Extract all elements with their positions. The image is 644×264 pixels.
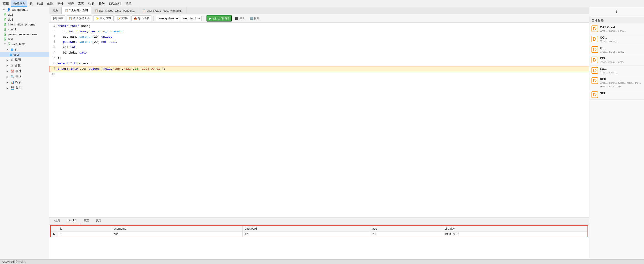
sidebar-item-reports[interactable]: ▶ 📊 报表	[0, 80, 49, 85]
row-indicator: ▶	[51, 232, 58, 237]
sidebar-label-reports: 报表	[16, 80, 22, 84]
chevron-icon: ▼	[4, 43, 6, 45]
menu-auto-run[interactable]: 自动运行	[107, 1, 123, 6]
info-icon-btn[interactable]: ℹ	[613, 9, 620, 15]
text-button[interactable]: 📝 文本·	[115, 15, 130, 21]
sidebar-item-web-test1[interactable]: ▼ 🗄 web_test1	[0, 42, 49, 46]
tab-object[interactable]: 对象	[49, 7, 62, 14]
menu-backup[interactable]: 备份	[97, 1, 107, 6]
sql-line-4: 4 password varchar(20) not null,	[49, 39, 589, 45]
cell-id: 1	[58, 232, 111, 237]
right-panel-title: 全部标签	[592, 18, 604, 22]
database-select[interactable]: web_test1	[181, 16, 202, 21]
col-birthday: birthday	[442, 226, 588, 232]
col-username: username	[111, 226, 242, 232]
sidebar-item-information-schema[interactable]: 🗄 information_schema	[0, 22, 49, 27]
sql-line-1: 1 create table user(	[49, 24, 589, 29]
menu-function[interactable]: 函数	[45, 1, 55, 6]
sidebar-item-db3[interactable]: 🗄 db3	[0, 17, 49, 22]
sidebar-item-mysql[interactable]: 🗄 mysql	[0, 27, 49, 32]
stop-label: 停止	[239, 16, 245, 20]
status-left: CSDN @秋之叶游龙	[2, 260, 26, 264]
sidebar-item-queries[interactable]: ▶ 🔍 查询	[0, 74, 49, 80]
line-number: 4	[49, 40, 58, 44]
beautify-button[interactable]: ✨ 美化 SQL	[93, 15, 114, 21]
results-tab-info[interactable]: 信息	[51, 218, 63, 224]
query-icon: 🔍	[10, 75, 14, 79]
db-icon: 🗄	[4, 37, 7, 41]
snippet-ins[interactable]: INS... Inser... into a... table.	[589, 55, 644, 65]
snippet-sel[interactable]: SEL...	[589, 90, 644, 100]
sidebar-label-wangqiuhao: wangqiuhao	[12, 8, 28, 11]
event-icon: ⏰	[10, 69, 14, 73]
snippet-desc-ins: Inser... into a... table.	[600, 60, 642, 64]
sidebar-item-backup[interactable]: ▶ 💾 备份	[0, 85, 49, 91]
sidebar-item-test[interactable]: 🗄 test	[0, 37, 49, 42]
menu-report[interactable]: 报表	[86, 1, 96, 6]
sidebar-item-wangqiuhao[interactable]: ▼ 👤 wangqiuhao	[0, 7, 49, 12]
snippet-text-cas: CAS Creat Creat... condi... cons...	[600, 25, 642, 33]
snippet-co[interactable]: CO... Creat... comm...	[589, 34, 644, 45]
sql-editor[interactable]: 1 create table user( 2 id int primary ke…	[49, 23, 589, 217]
menu-query[interactable]: 查询	[76, 1, 86, 6]
menu-bar: 连接 新建查询 表 视图 函数 事件 用户 查询 报表 备份 自动运行 模型	[0, 0, 644, 7]
chevron-icon: ▶	[6, 59, 9, 61]
query-tool-button[interactable]: 📋 查询创建工具	[66, 15, 92, 21]
table-group-icon: ▦	[10, 48, 13, 51]
tab-user-web1[interactable]: 📋 user @web_test1 (wangqiu...	[92, 7, 139, 14]
run-button[interactable]: ▶ 运行已选择的	[206, 15, 232, 21]
tab-object-label: 对象	[52, 9, 58, 13]
line-content: id int primary key auto_increment,	[58, 29, 589, 34]
save-icon: 💾	[53, 17, 57, 20]
export-button[interactable]: 📤 导出结果	[132, 15, 151, 21]
sidebar-item-tables[interactable]: ▼ ▦ 表	[0, 46, 49, 52]
menu-table[interactable]: 表	[28, 1, 34, 6]
cell-age: 23	[370, 232, 442, 237]
results-tab-status[interactable]: 状态	[92, 218, 104, 224]
sidebar-item-views[interactable]: ▶ 👁 视图	[0, 57, 49, 63]
menu-connect[interactable]: 连接	[1, 1, 11, 6]
sidebar-label-web-test1: web_test1	[12, 42, 26, 46]
cell-birthday: 1993-09-01	[442, 232, 588, 237]
sidebar-item-events[interactable]: ▶ ⏰ 事件	[0, 68, 49, 74]
snippet-title-sel: SEL...	[600, 91, 642, 95]
menu-event[interactable]: 事件	[56, 1, 66, 6]
menu-new-query[interactable]: 新建查询	[11, 0, 27, 6]
toolbar: 💾 保存 📋 查询创建工具 ✨ 美化 SQL 📝 文本· 📤 导出结果 wan	[49, 14, 589, 23]
line-number: 9	[50, 67, 58, 71]
sidebar-item-db2[interactable]: 🗄 db2	[0, 12, 49, 17]
tab-user-web2[interactable]: 📋 user @web_test1 (wangqiu...	[139, 7, 187, 14]
snippet-cas[interactable]: CAS Creat Creat... condi... cons...	[589, 24, 644, 34]
content-area: 对象 📋 * 无标题 - 查询 📋 user @web_test1 (wangq…	[49, 7, 589, 259]
menu-user[interactable]: 用户	[66, 1, 76, 6]
connection-select[interactable]: wangqiuhao	[156, 16, 179, 21]
snippet-if[interactable]: IF... Creat...IF...El... cons...	[589, 45, 644, 55]
snippet-lo[interactable]: LO... Creat... loop n...	[589, 66, 644, 76]
menu-model[interactable]: 模型	[124, 1, 133, 6]
results-tab-overview[interactable]: 概况	[80, 218, 92, 224]
backup-icon: 💾	[10, 86, 14, 90]
table-row[interactable]: ▶ 1 bbb 123 23 1993-09-01	[51, 232, 588, 237]
results-tab-result1[interactable]: Result 1	[63, 218, 80, 224]
sidebar-label-mysql: mysql	[8, 28, 16, 31]
sidebar-item-user-table[interactable]: ▦ user	[0, 52, 49, 57]
snippet-icon-sel	[592, 91, 598, 98]
snippet-text-rep: REP... Creat... const... State... repa..…	[600, 77, 642, 88]
menu-view[interactable]: 视图	[35, 1, 45, 6]
sidebar-item-performance-schema[interactable]: 🗄 performance_schema	[0, 32, 49, 37]
snippet-text-lo: LO... Creat... loop n...	[600, 67, 642, 74]
snippet-rep[interactable]: REP... Creat... const... State... repa..…	[589, 76, 644, 90]
line-content: password varchar(20) not null,	[58, 40, 589, 45]
stop-button[interactable]: ⬛ 停止	[233, 16, 247, 21]
save-button[interactable]: 💾 保存	[51, 15, 65, 21]
snippet-title-ins: INS...	[600, 57, 642, 60]
col-age: age	[370, 226, 442, 232]
sidebar-item-functions[interactable]: ▶ fx 函数	[0, 63, 49, 68]
tab-user-web1-label: user @web_test1 (wangqiu...	[99, 9, 136, 12]
status-bar: CSDN @秋之叶游龙	[0, 259, 644, 264]
chevron-icon: ▶	[6, 87, 9, 89]
explain-button[interactable]: 🔣 解释	[248, 16, 261, 21]
beautify-label: 美化 SQL	[100, 16, 112, 20]
results-tabs: 信息 Result 1 概况 状态	[49, 218, 589, 225]
tab-untitled-query[interactable]: 📋 * 无标题 - 查询	[62, 7, 92, 14]
